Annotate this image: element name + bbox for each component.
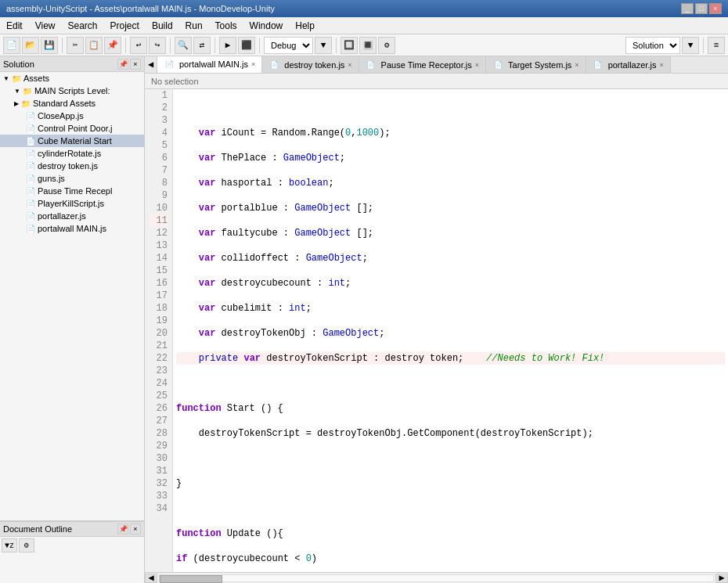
toolbar-undo[interactable]: ↩ bbox=[130, 37, 147, 54]
menu-edit[interactable]: Edit bbox=[0, 17, 29, 34]
toolbar-extra[interactable]: ≡ bbox=[708, 37, 725, 54]
solution-dropdown[interactable]: Solution bbox=[625, 37, 680, 54]
sidebar-item-assets[interactable]: ▼ 📁 Assets bbox=[0, 72, 144, 85]
menu-bar: Edit View Search Project Build Run Tools… bbox=[0, 17, 728, 34]
menu-tools[interactable]: Tools bbox=[209, 17, 243, 34]
toolbar-profile1[interactable]: 🔲 bbox=[341, 37, 358, 54]
file-icon: 📄 bbox=[25, 160, 36, 171]
menu-build[interactable]: Build bbox=[146, 17, 179, 34]
sidebar-item-controlpoint[interactable]: 📄 Control Point Door.j bbox=[0, 122, 144, 135]
outline-close-button[interactable]: × bbox=[130, 524, 141, 534]
line-numbers: 12345 678910 1112131415 1617181920 21222… bbox=[145, 89, 173, 572]
doc-area: ◀ 📄 portalwall MAIN.js × 📄 destroy token… bbox=[145, 56, 728, 583]
tab-label: destroy token.js bbox=[284, 60, 344, 70]
sidebar-item-destroy-token[interactable]: 📄 destroy token.js bbox=[0, 160, 144, 172]
tab-close-button[interactable]: × bbox=[348, 61, 351, 69]
h-scroll-track[interactable] bbox=[159, 574, 714, 582]
toolbar-redo[interactable]: ↪ bbox=[149, 37, 166, 54]
toolbar-replace[interactable]: ⇄ bbox=[193, 37, 211, 54]
sidebar-item-label: portallazer.js bbox=[38, 211, 86, 221]
toolbar-open[interactable]: 📂 bbox=[22, 37, 39, 54]
sidebar-item-playerkill[interactable]: 📄 PlayerKillScript.js bbox=[0, 197, 144, 210]
scroll-left-button[interactable]: ◀ bbox=[145, 574, 157, 583]
toolbar-arrow[interactable]: ▼ bbox=[315, 37, 332, 54]
toolbar-cut[interactable]: ✂ bbox=[67, 37, 84, 54]
expand-arrow: ▼ bbox=[3, 75, 9, 82]
toolbar-sep-2 bbox=[125, 38, 126, 53]
toolbar-paste[interactable]: 📌 bbox=[104, 37, 121, 54]
outline-pin-button[interactable]: 📌 bbox=[117, 524, 128, 534]
outline-content bbox=[0, 554, 144, 583]
file-icon: 📄 bbox=[25, 148, 36, 159]
outline-header: Document Outline 📌 × bbox=[0, 521, 144, 537]
sidebar-item-label: Cube Material Start bbox=[38, 136, 112, 146]
tab-portalwall[interactable]: 📄 portalwall MAIN.js × bbox=[157, 56, 262, 73]
sidebar-item-portalwall[interactable]: 📄 portalwall MAIN.js bbox=[0, 222, 144, 235]
sidebar-item-label: CloseApp.js bbox=[38, 111, 84, 121]
sidebar-item-main-scripts[interactable]: ▼ 📁 MAIN Scripts Level: bbox=[0, 85, 144, 97]
tab-close-button[interactable]: × bbox=[251, 60, 255, 68]
tab-icon: 📄 bbox=[268, 59, 279, 70]
outline-title: Document Outline bbox=[3, 524, 72, 534]
sidebar-item-label: PlayerKillScript.js bbox=[38, 199, 104, 208]
sidebar-item-closeapp[interactable]: 📄 CloseApp.js bbox=[0, 110, 144, 122]
sidebar-item-portallazer[interactable]: 📄 portallazer.js bbox=[0, 210, 144, 222]
sidebar-item-standard-assets[interactable]: ▶ 📁 Standard Assets bbox=[0, 97, 144, 110]
toolbar-search[interactable]: 🔍 bbox=[175, 37, 192, 54]
toolbar-new[interactable]: 📄 bbox=[3, 37, 20, 54]
maximize-button[interactable]: □ bbox=[695, 3, 708, 14]
sidebar: Solution 📌 × ▼ 📁 Assets ▼ 📁 MAIN Scripts… bbox=[0, 56, 145, 583]
toolbar-solution-arrow[interactable]: ▼ bbox=[682, 37, 699, 54]
toolbar-build1[interactable]: ▶ bbox=[219, 37, 236, 54]
tab-target-system[interactable]: 📄 Target System.js × bbox=[486, 56, 586, 73]
folder-icon: 📁 bbox=[20, 98, 31, 109]
title-text: assembly-UnityScript - Assets\portalwall… bbox=[6, 4, 275, 13]
sidebar-item-label: Standard Assets bbox=[33, 99, 96, 108]
h-scrollbar[interactable]: ◀ ▶ bbox=[145, 572, 728, 583]
tab-pause-time[interactable]: 📄 Pause Time Receptor.js × bbox=[359, 56, 486, 73]
close-button[interactable]: × bbox=[709, 3, 722, 14]
window-controls[interactable]: _ □ × bbox=[681, 3, 722, 14]
code-content[interactable]: var iCount = Random.Range(0,1000); var T… bbox=[173, 89, 728, 572]
toolbar-profile2[interactable]: 🔳 bbox=[359, 37, 377, 54]
toolbar-profile3[interactable]: ⚙ bbox=[378, 37, 395, 54]
sidebar-pin-button[interactable]: 📌 bbox=[117, 59, 128, 70]
tab-close-button[interactable]: × bbox=[475, 61, 479, 69]
menu-run[interactable]: Run bbox=[179, 17, 209, 34]
tab-label: Pause Time Receptor.js bbox=[381, 60, 472, 70]
tab-destroy-token[interactable]: 📄 destroy token.js × bbox=[262, 56, 359, 73]
menu-search[interactable]: Search bbox=[61, 17, 103, 34]
sidebar-item-pause-time[interactable]: 📄 Pause Time Recepl bbox=[0, 185, 144, 197]
menu-window[interactable]: Window bbox=[243, 17, 290, 34]
toolbar-copy[interactable]: 📋 bbox=[85, 37, 103, 54]
sidebar-header: Solution 📌 × bbox=[0, 56, 144, 72]
debug-dropdown[interactable]: Debug bbox=[264, 37, 313, 54]
tab-portallazer[interactable]: 📄 portallazer.js × bbox=[586, 56, 671, 73]
tab-label: portalwall MAIN.js bbox=[179, 59, 248, 69]
sidebar-close-button[interactable]: × bbox=[130, 59, 141, 70]
sidebar-item-guns[interactable]: 📄 guns.js bbox=[0, 172, 144, 185]
file-icon: 📄 bbox=[25, 198, 36, 209]
menu-project[interactable]: Project bbox=[104, 17, 146, 34]
scroll-right-button[interactable]: ▶ bbox=[715, 574, 728, 583]
tab-nav-left[interactable]: ◀ bbox=[145, 56, 157, 73]
menu-help[interactable]: Help bbox=[289, 17, 321, 34]
toolbar-sep-3 bbox=[170, 38, 171, 53]
tab-close-button[interactable]: × bbox=[575, 61, 578, 69]
sidebar-item-label: Control Point Door.j bbox=[38, 124, 112, 133]
sidebar-item-cylinder[interactable]: 📄 cylinderRotate.js bbox=[0, 147, 144, 160]
folder-icon: 📁 bbox=[11, 73, 22, 84]
tab-close-button[interactable]: × bbox=[659, 61, 663, 69]
h-scroll-thumb[interactable] bbox=[160, 575, 222, 583]
outline-expand-button[interactable]: ▼z bbox=[2, 538, 17, 552]
toolbar-sep-4 bbox=[214, 38, 215, 53]
menu-view[interactable]: View bbox=[29, 17, 62, 34]
toolbar-save[interactable]: 💾 bbox=[41, 37, 58, 54]
toolbar-build2[interactable]: ⬛ bbox=[238, 37, 255, 54]
outline-settings-button[interactable]: ⚙ bbox=[19, 538, 34, 552]
code-editor[interactable]: 12345 678910 1112131415 1617181920 21222… bbox=[145, 89, 728, 572]
file-icon: 📄 bbox=[25, 185, 36, 196]
sidebar-item-cube-material[interactable]: 📄 Cube Material Start bbox=[0, 135, 144, 147]
minimize-button[interactable]: _ bbox=[681, 3, 694, 14]
file-icon: 📄 bbox=[25, 135, 36, 146]
